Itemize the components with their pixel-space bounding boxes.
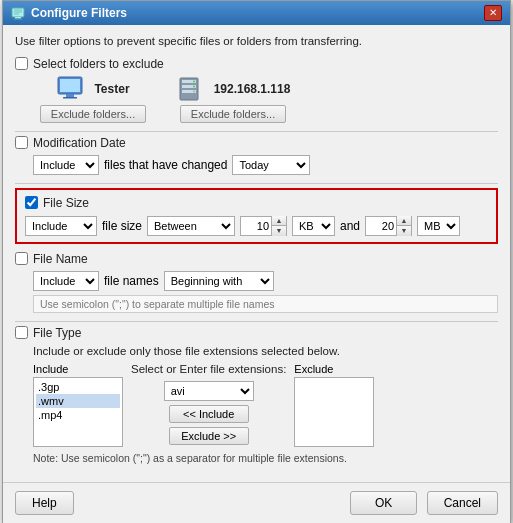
modification-date-header: Modification Date [15,136,498,150]
file-size-value2-arrows: ▲ ▼ [396,216,411,236]
file-size-value2-input[interactable] [366,217,396,235]
file-size-value2-spinbox: ▲ ▼ [365,216,412,236]
file-size-desc: file size [102,219,142,233]
dialog-description: Use filter options to prevent specific f… [15,35,498,47]
title-bar-content: Configure Filters [11,6,127,20]
file-size-section: File Size Include Exclude file size Betw… [15,188,498,244]
file-size-between-select[interactable]: Between Less than Greater than [147,216,235,236]
file-size-row: Include Exclude file size Between Less t… [25,216,488,236]
file-type-include-list-container: Include .3gp .wmv .mp4 [33,363,123,447]
file-type-desc: Include or exclude only those file exten… [33,345,498,357]
svg-point-14 [193,80,195,82]
file-type-row: Include .3gp .wmv .mp4 Select or Enter f… [33,363,498,447]
dialog-footer: Help OK Cancel [3,482,510,523]
device-box-1: Tester Exclude folders... [33,76,153,123]
file-name-section: File Name Include Exclude file names Beg… [15,252,498,313]
svg-rect-0 [12,8,24,17]
file-size-value1-spinbox: ▲ ▼ [240,216,287,236]
close-button[interactable]: ✕ [484,5,502,21]
file-size-include-select[interactable]: Include Exclude [25,216,97,236]
file-type-header: File Type [15,326,498,340]
modification-date-value-select[interactable]: Today Yesterday This Week [232,155,310,175]
exclude-button[interactable]: Exclude >> [169,427,249,445]
file-size-value1-input[interactable] [241,217,271,235]
exclude-folders-btn-2[interactable]: Exclude folders... [180,105,286,123]
file-type-note: Note: Use semicolon (";") as a separator… [33,452,498,464]
modification-date-label: Modification Date [33,136,126,150]
file-type-include-label: Include [33,363,123,375]
svg-point-15 [193,85,195,87]
file-size-checkbox[interactable] [25,196,38,209]
file-name-include-select[interactable]: Include Exclude [33,271,99,291]
select-folders-section: Select folders to exclude Tester [15,57,498,123]
file-type-exclude-label: Exclude [294,363,374,375]
title-bar: Configure Filters ✕ [3,1,510,25]
modification-date-content: Include Exclude files that have changed … [33,155,498,175]
file-name-header: File Name [15,252,498,266]
select-folders-checkbox[interactable] [15,57,28,70]
list-item[interactable]: .3gp [36,380,120,394]
computer-icon-1 [56,76,88,102]
file-type-content: Include or exclude only those file exten… [33,345,498,464]
device-info-2: 192.168.1.118 [176,76,291,102]
file-name-row: Include Exclude file names Beginning wit… [33,271,498,291]
include-button[interactable]: << Include [169,405,249,423]
file-type-label: File Type [33,326,81,340]
file-size-unit2-select[interactable]: B KB MB GB [417,216,460,236]
file-size-and-label: and [340,219,360,233]
file-name-desc: file names [104,274,159,288]
footer-right: OK Cancel [350,491,498,515]
title-text: Configure Filters [31,6,127,20]
svg-point-16 [193,90,195,92]
device-name-1: Tester [94,82,129,96]
file-name-pattern-select[interactable]: Beginning with Ending with Containing [164,271,274,291]
file-size-label: File Size [43,196,89,210]
svg-rect-9 [63,97,77,99]
ok-button[interactable]: OK [350,491,417,515]
select-folders-content: Tester Exclude folders... [33,76,498,123]
configure-filters-dialog: Configure Filters ✕ Use filter options t… [2,0,511,523]
file-size-value1-down[interactable]: ▼ [272,226,286,236]
file-size-value1-up[interactable]: ▲ [272,216,286,226]
device-info-1: Tester [56,76,129,102]
list-item[interactable]: .mp4 [36,408,120,422]
modification-date-section: Modification Date Include Exclude files … [15,136,498,175]
svg-rect-2 [14,18,22,19]
svg-rect-1 [15,17,21,19]
svg-rect-8 [66,94,74,97]
cancel-button[interactable]: Cancel [427,491,498,515]
modification-date-desc: files that have changed [104,158,227,172]
file-name-content: Include Exclude file names Beginning wit… [33,271,498,313]
file-type-exclude-list-container: Exclude [294,363,374,447]
file-size-value2-down[interactable]: ▼ [397,226,411,236]
modification-date-checkbox[interactable] [15,136,28,149]
select-folders-label: Select folders to exclude [33,57,164,71]
file-type-exclude-listbox[interactable] [294,377,374,447]
extension-select[interactable]: avi mp3 mp4 wmv [164,381,254,401]
extension-label: Select or Enter file extensions: [131,363,286,375]
svg-rect-7 [60,79,80,92]
dialog-icon [11,6,25,20]
list-item[interactable]: .wmv [36,394,120,408]
file-names-hint: Use semicolon (";") to separate multiple… [33,295,498,313]
file-name-checkbox[interactable] [15,252,28,265]
help-button[interactable]: Help [15,491,74,515]
server-icon [176,76,208,102]
device-name-2: 192.168.1.118 [214,82,291,96]
file-type-section: File Type Include or exclude only those … [15,326,498,464]
file-type-checkbox[interactable] [15,326,28,339]
device-row: Tester Exclude folders... [33,76,498,123]
modification-date-row: Include Exclude files that have changed … [33,155,498,175]
file-type-include-listbox[interactable]: .3gp .wmv .mp4 [33,377,123,447]
file-name-label: File Name [33,252,88,266]
device-box-2: 192.168.1.118 Exclude folders... [173,76,293,123]
exclude-folders-btn-1[interactable]: Exclude folders... [40,105,146,123]
modification-date-include-select[interactable]: Include Exclude [33,155,99,175]
file-type-middle: Select or Enter file extensions: avi mp3… [131,363,286,445]
file-size-header: File Size [25,196,488,210]
file-size-unit1-select[interactable]: B KB MB GB [292,216,335,236]
select-folders-header: Select folders to exclude [15,57,498,71]
file-size-value2-up[interactable]: ▲ [397,216,411,226]
file-size-value1-arrows: ▲ ▼ [271,216,286,236]
